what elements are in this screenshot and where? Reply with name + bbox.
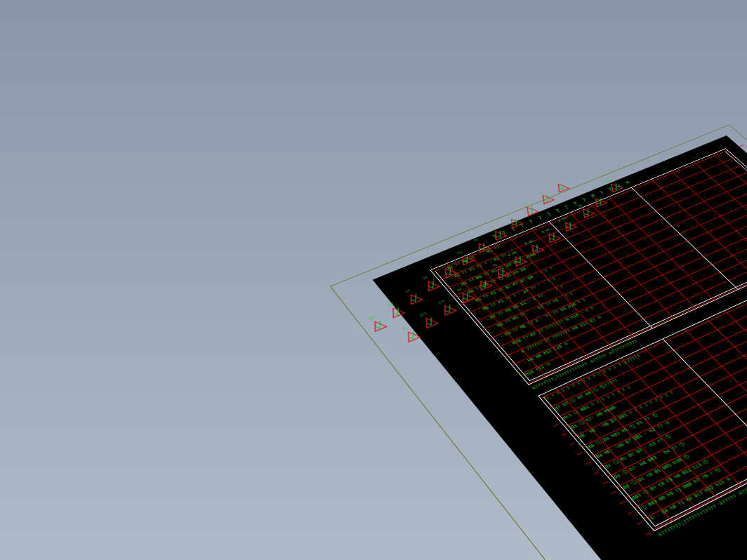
grid-hline [582,297,747,447]
left-tick [569,443,575,446]
table-row: Hc1 ⓘ B01 ? ? ? ? ? ? ? ? [561,273,747,421]
surface-finish-icon: ?? [505,216,525,230]
surface-finish-icon: 3 [536,192,557,206]
left-tick [602,481,608,484]
surface-finish-icon: 3 [552,181,572,194]
grid-vline [685,329,747,453]
surface-finish-icon: 30? [385,305,407,320]
grid-vline [706,319,747,441]
left-tick [594,472,600,474]
grid-vline [621,358,741,486]
grid-vline [663,339,747,464]
grid-vline [725,311,747,432]
table-row: Ba HE· ·Hb 0? D01 · h2 ?? ① [595,305,747,459]
grid-hline [574,288,747,436]
grid-vline [556,388,673,521]
surface-finish-icon: ?? [520,204,541,218]
grid-vline [599,368,718,498]
table-row: Bd ⓘ Dc r8 05 D05 h30 ① [621,331,747,491]
left-tick [611,491,616,494]
table-block-2-inner [543,258,747,527]
table-row: ⓘ B03 B0 h9 ?1 D06 h7 ?0-? ① [639,348,747,512]
block2-footer: ①???????;???????????? ①????? ①?????????? [601,361,747,560]
left-tick [586,462,591,465]
left-tick [561,433,567,436]
left-tick [553,424,559,427]
grid-vline [579,378,697,509]
table-block-2: 3.0??? 1-2==????; ? ? ? ? ? ? ? ? ? ? ? … [538,254,747,531]
